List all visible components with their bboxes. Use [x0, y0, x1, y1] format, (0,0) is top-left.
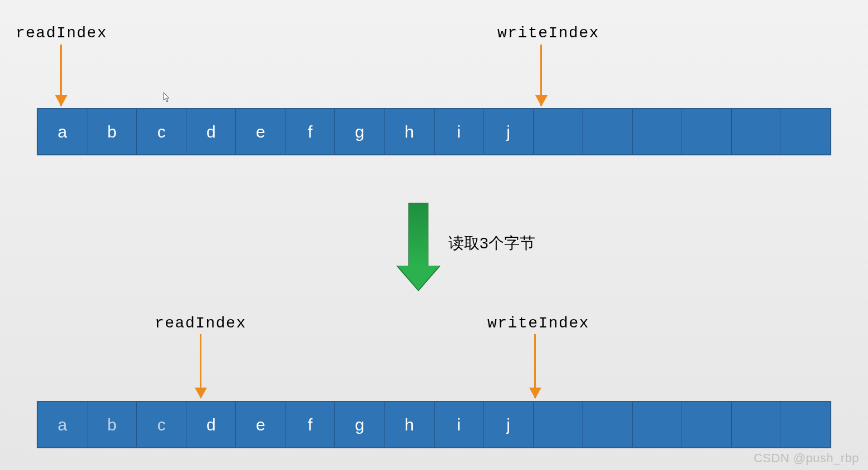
buffer-cell [781, 109, 830, 154]
read-index-label-bottom: readIndex [155, 315, 246, 332]
buffer-before: a b c d e f g h i j [37, 108, 831, 155]
buffer-cell [583, 109, 633, 154]
buffer-cell [633, 109, 682, 154]
write-index-label-top: writeIndex [497, 25, 599, 42]
buffer-cell: e [236, 109, 285, 154]
buffer-cell: i [435, 402, 484, 447]
buffer-cell [583, 402, 633, 447]
buffer-cell: d [186, 109, 236, 154]
write-index-label-bottom: writeIndex [487, 315, 589, 332]
transition-label: 读取3个字节 [448, 233, 535, 254]
buffer-cell [732, 109, 781, 154]
buffer-cell: g [335, 109, 384, 154]
buffer-cell: f [285, 402, 335, 447]
buffer-cell: h [384, 109, 434, 154]
buffer-cell: d [186, 402, 236, 447]
mouse-cursor-icon [163, 92, 171, 103]
buffer-cell: g [335, 402, 384, 447]
read-index-label-top: readIndex [16, 25, 107, 42]
buffer-cell: c [137, 109, 186, 154]
buffer-cell [682, 402, 732, 447]
buffer-cell: f [285, 109, 335, 154]
write-index-arrow-bottom [534, 334, 536, 398]
buffer-cell: j [484, 402, 534, 447]
buffer-cell [534, 402, 583, 447]
buffer-cell: c [137, 402, 186, 447]
buffer-cell: a [38, 109, 87, 154]
buffer-cell [633, 402, 682, 447]
buffer-cell [781, 402, 830, 447]
read-index-arrow-top [60, 45, 62, 106]
buffer-cell: e [236, 402, 285, 447]
buffer-cell: a [38, 402, 87, 447]
buffer-cell: j [484, 109, 534, 154]
buffer-cell: b [87, 109, 137, 154]
transition-arrow-icon [408, 203, 428, 267]
buffer-after: a b c d e f g h i j [37, 401, 831, 448]
watermark: CSDN @push_rbp [753, 451, 859, 466]
write-index-arrow-top [540, 45, 542, 106]
read-index-arrow-bottom [200, 334, 201, 398]
buffer-cell [534, 109, 583, 154]
buffer-cell: i [435, 109, 484, 154]
buffer-cell: b [87, 402, 137, 447]
buffer-cell [732, 402, 781, 447]
buffer-cell [682, 109, 732, 154]
buffer-cell: h [384, 402, 434, 447]
